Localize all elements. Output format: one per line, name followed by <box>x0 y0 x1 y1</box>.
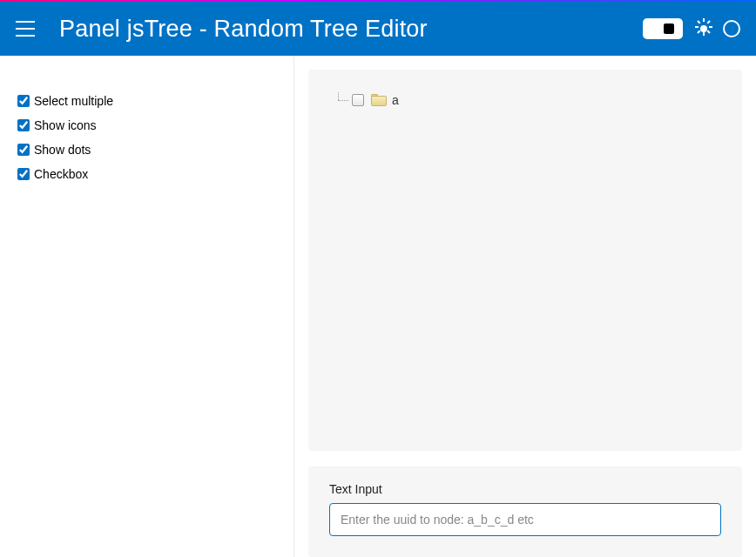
content-area: Select multiple Show icons Show dots Che… <box>0 56 756 557</box>
option-show-icons[interactable]: Show icons <box>17 118 276 132</box>
sidebar: Select multiple Show icons Show dots Che… <box>0 56 294 557</box>
tree-panel: a <box>308 70 742 451</box>
menu-icon[interactable] <box>16 21 35 37</box>
checkbox-select-multiple[interactable] <box>17 95 30 107</box>
sun-icon[interactable] <box>695 20 712 37</box>
option-label: Select multiple <box>34 94 113 108</box>
checkbox-show-icons[interactable] <box>17 119 30 131</box>
folder-icon <box>371 94 387 106</box>
option-show-dots[interactable]: Show dots <box>17 143 276 157</box>
page-title: Panel jsTree - Random Tree Editor <box>59 16 428 43</box>
tree-node-checkbox-icon[interactable] <box>352 94 364 106</box>
option-checkbox[interactable]: Checkbox <box>17 167 276 181</box>
app-header: Panel jsTree - Random Tree Editor <box>0 2 756 56</box>
uuid-input[interactable] <box>329 503 721 536</box>
text-input-panel: Text Input <box>308 466 742 557</box>
option-label: Show dots <box>34 143 91 157</box>
tree-connector-icon <box>336 92 348 108</box>
main-panel: a Text Input <box>294 56 756 557</box>
checkbox-checkbox[interactable] <box>17 168 30 180</box>
theme-toggle[interactable] <box>643 18 683 39</box>
option-label: Checkbox <box>34 167 88 181</box>
text-input-label: Text Input <box>329 482 721 496</box>
tree-node-root[interactable]: a <box>336 92 714 108</box>
theme-toggle-knob <box>664 23 674 34</box>
circle-icon[interactable] <box>723 20 740 37</box>
checkbox-show-dots[interactable] <box>17 144 30 156</box>
option-select-multiple[interactable]: Select multiple <box>17 94 276 108</box>
tree-node-label[interactable]: a <box>392 93 399 107</box>
option-label: Show icons <box>34 118 97 132</box>
